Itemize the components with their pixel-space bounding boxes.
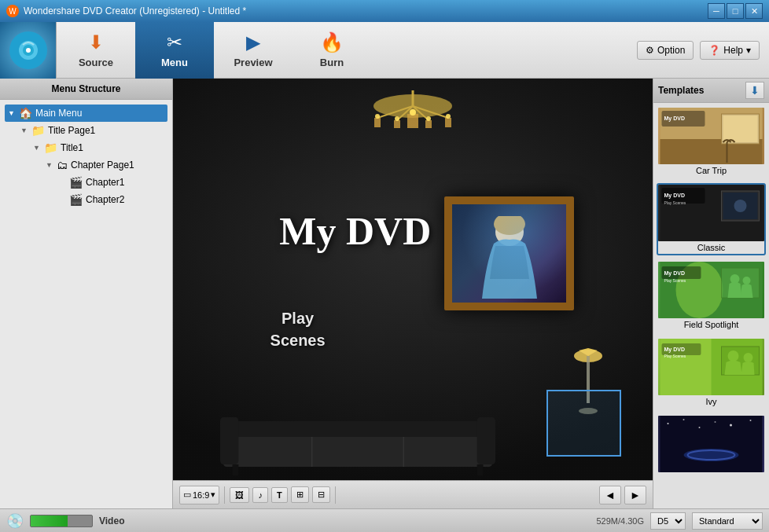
chapter-icon: 🎬 <box>69 176 83 189</box>
help-icon: ❓ <box>708 45 720 56</box>
center-area: My DVD PlayScenes <box>173 79 653 508</box>
svg-text:My DVD: My DVD <box>664 347 685 353</box>
option-button[interactable]: ⚙ Option <box>637 41 694 60</box>
dvd-subtitle: PlayScenes <box>270 307 326 351</box>
home-icon: 🏠 <box>19 107 32 119</box>
main-menu-label: Main Menu <box>35 108 82 119</box>
template-ivy[interactable]: My DVD Play Scenes Ivy <box>657 337 766 409</box>
chapter-icon: 🎬 <box>69 193 83 206</box>
main-area: Menu Structure ▼ 🏠 Main Menu ▼ 📁 Title P… <box>0 79 769 508</box>
source-button[interactable]: ⬇ Source <box>57 22 135 79</box>
template-field-spotlight-name: Field Spotlight <box>658 318 764 331</box>
expand-arrow: ▼ <box>33 144 41 152</box>
tree-item-chapter-page1[interactable]: ▼ 🗂 Chapter Page1 <box>42 156 167 174</box>
svg-point-18 <box>410 109 416 116</box>
prev-button[interactable]: ◄ <box>599 486 621 504</box>
menu-structure-header: Menu Structure <box>0 79 172 100</box>
tree-item-chapter2[interactable]: 🎬 Chapter2 <box>55 191 167 208</box>
music-icon: ♪ <box>258 490 263 500</box>
burn-button[interactable]: 🔥 Burn <box>293 22 371 79</box>
svg-rect-31 <box>233 464 239 475</box>
video-status-label: Video <box>99 515 124 526</box>
svg-point-62 <box>728 350 739 361</box>
title-bar-controls[interactable]: ─ □ ✕ <box>708 3 763 19</box>
tree-item-title-page1[interactable]: ▼ 📁 Title Page1 <box>17 122 167 139</box>
svg-text:My DVD: My DVD <box>664 270 685 277</box>
svg-point-14 <box>395 116 399 121</box>
template-thumb-5 <box>658 416 764 472</box>
svg-rect-15 <box>425 120 432 128</box>
folder-icon: 📁 <box>31 124 45 137</box>
disc-icon: 💿 <box>6 512 24 530</box>
help-label: Help <box>723 45 743 56</box>
template-thumb-car-trip: My DVD <box>658 108 764 164</box>
chandelier-decoration <box>362 90 464 156</box>
svg-text:My DVD: My DVD <box>664 193 685 199</box>
svg-point-66 <box>683 419 685 420</box>
chapter-folder-icon: 🗂 <box>57 159 68 171</box>
title-bar: W Wondershare DVD Creator (Unregistered)… <box>0 0 769 22</box>
video-progress-fill <box>31 515 68 526</box>
maximize-button[interactable]: □ <box>727 3 744 19</box>
toolbar-right: ⚙ Option ❓ Help ▾ <box>637 41 769 60</box>
tree-item-title1[interactable]: ▼ 📁 Title1 <box>30 139 167 156</box>
main-toolbar: ⬇ Source ✂ Menu ▶ Preview 🔥 Burn ⚙ Optio… <box>0 22 769 79</box>
tree-level-1: ▼ 📁 Title Page1 ▼ 📁 Title1 ▼ <box>5 122 167 208</box>
chapter-page1-label: Chapter Page1 <box>71 160 134 171</box>
aspect-ratio-select[interactable]: ▭ 16:9 ▾ <box>179 486 219 504</box>
text-icon: T <box>277 490 282 500</box>
app-icon: W <box>6 5 19 17</box>
svg-text:My DVD: My DVD <box>664 116 685 122</box>
svg-point-67 <box>699 427 701 428</box>
template-car-trip[interactable]: My DVD Car Trip <box>657 106 766 178</box>
close-button[interactable]: ✕ <box>745 3 763 19</box>
svg-text:Play Scenes: Play Scenes <box>664 278 686 283</box>
svg-rect-64 <box>660 416 763 472</box>
expand-arrow: ▼ <box>20 127 28 134</box>
layout-tool-button[interactable]: ⊞ <box>291 486 309 503</box>
menu-icon: ✂ <box>167 31 182 53</box>
folder-icon: 📁 <box>44 141 57 154</box>
window-title: Wondershare DVD Creator (Unregistered) -… <box>24 6 246 17</box>
status-bar: 💿 Video 529M/4.30G D5 D9 Standard High Q… <box>0 508 769 532</box>
burn-label: Burn <box>320 57 344 68</box>
logo-circle <box>9 31 47 69</box>
background-tool-button[interactable]: 🖼 <box>230 487 249 503</box>
next-button[interactable]: ► <box>624 486 646 504</box>
template-5[interactable] <box>657 414 766 477</box>
source-label: Source <box>79 57 113 68</box>
tree-level-3: ▼ 🗂 Chapter Page1 🎬 Chapter1 <box>30 156 167 208</box>
preview-icon: ▶ <box>246 31 260 53</box>
svg-point-65 <box>668 423 669 424</box>
svg-point-16 <box>426 116 431 121</box>
quality-select[interactable]: Standard High Quality Best <box>692 512 763 530</box>
tree-container: ▼ 🏠 Main Menu ▼ 📁 Title Page1 ▼ 📁 Title1 <box>0 100 172 508</box>
expand-arrow: ▼ <box>46 161 53 169</box>
title-bar-left: W Wondershare DVD Creator (Unregistered)… <box>6 5 246 17</box>
music-tool-button[interactable]: ♪ <box>252 487 268 503</box>
app-logo <box>0 22 57 79</box>
left-panel: Menu Structure ▼ 🏠 Main Menu ▼ 📁 Title P… <box>0 79 173 508</box>
template-classic[interactable]: My DVD Play Scenes Classic <box>657 183 766 255</box>
chapter2-label: Chapter2 <box>86 194 124 205</box>
minimize-button[interactable]: ─ <box>708 3 725 19</box>
svg-point-69 <box>730 424 732 427</box>
template-thumb-classic: My DVD Play Scenes <box>658 185 764 241</box>
source-icon: ⬇ <box>88 31 104 53</box>
svg-rect-26 <box>223 437 492 467</box>
help-button[interactable]: ❓ Help ▾ <box>700 41 760 60</box>
preview-canvas[interactable]: My DVD PlayScenes <box>173 79 653 480</box>
tree-item-main-menu[interactable]: ▼ 🏠 Main Menu <box>5 105 167 122</box>
template-classic-name: Classic <box>658 241 764 254</box>
selection-frame <box>546 390 621 457</box>
preview-button[interactable]: ▶ Preview <box>214 22 293 79</box>
preview-label: Preview <box>234 57 272 68</box>
template-field-spotlight[interactable]: My DVD Play Scenes Field Spotlight <box>657 260 766 332</box>
menu-button[interactable]: ✂ Menu <box>135 22 214 79</box>
disc-type-select[interactable]: D5 D9 <box>650 512 686 530</box>
template-thumb-field: My DVD Play Scenes <box>658 262 764 318</box>
thumbnail-tool-button[interactable]: ⊟ <box>312 486 330 503</box>
text-tool-button[interactable]: T <box>271 487 288 503</box>
download-button[interactable]: ⬇ <box>745 82 764 99</box>
tree-item-chapter1[interactable]: 🎬 Chapter1 <box>55 174 167 191</box>
